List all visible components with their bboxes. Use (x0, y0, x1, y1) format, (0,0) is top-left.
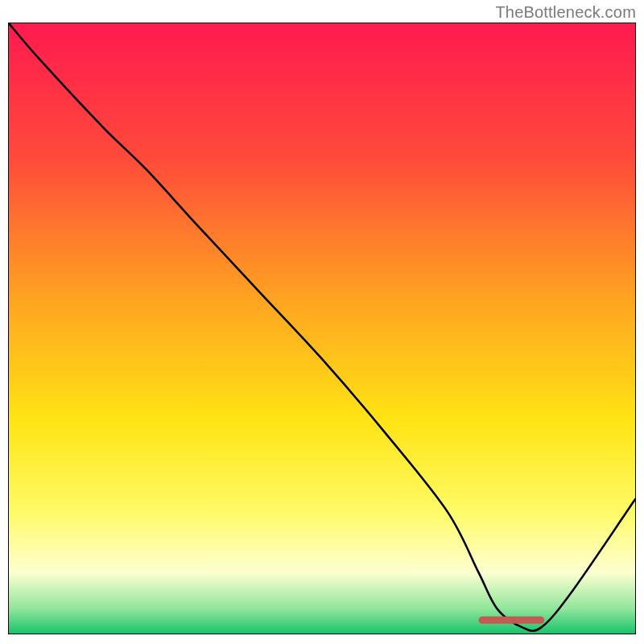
attribution-text: TheBottleneck.com (495, 3, 636, 22)
background-rect (9, 23, 635, 634)
min-marker (479, 617, 545, 624)
chart-svg (9, 23, 635, 634)
chart-container: TheBottleneck.com (0, 0, 644, 644)
plot-area (8, 23, 636, 634)
